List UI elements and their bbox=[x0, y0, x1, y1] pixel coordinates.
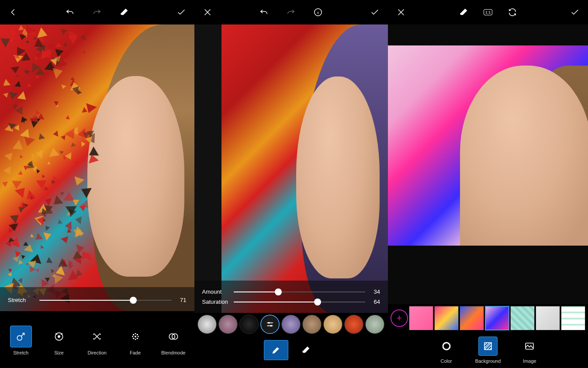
svg-point-10 bbox=[132, 336, 132, 337]
swatch-sage[interactable] bbox=[365, 315, 384, 334]
sliders-icon bbox=[266, 320, 274, 329]
preview-image bbox=[388, 45, 588, 246]
swatch-adjust[interactable] bbox=[260, 315, 280, 334]
panel-background: 1:1 + ColorBackgroundImage bbox=[388, 0, 588, 368]
refresh-icon[interactable] bbox=[503, 3, 522, 22]
swatch-black[interactable] bbox=[239, 315, 259, 334]
close-icon[interactable] bbox=[198, 3, 217, 22]
blendmode-icon bbox=[163, 326, 184, 347]
slider-overlay: Stretch 71 bbox=[0, 287, 194, 311]
plus-icon: + bbox=[397, 313, 402, 323]
redo-icon[interactable] bbox=[281, 3, 301, 22]
bg-thumb-pink-blue-paint[interactable] bbox=[485, 306, 509, 330]
info-icon[interactable] bbox=[308, 3, 328, 22]
confirm-check-icon[interactable] bbox=[172, 3, 191, 22]
tool-direction[interactable]: Direction bbox=[78, 326, 116, 355]
add-background-button[interactable]: + bbox=[391, 309, 408, 327]
canvas-area[interactable] bbox=[388, 24, 588, 304]
swatch-red[interactable] bbox=[344, 315, 363, 334]
eraser-icon[interactable] bbox=[454, 3, 473, 22]
amount-label: Amount bbox=[202, 288, 228, 295]
slider-overlay: Amount 34 Saturation 64 bbox=[194, 281, 388, 313]
tool-blendmode[interactable]: Blendmode bbox=[155, 326, 192, 355]
swatch-gold[interactable] bbox=[323, 315, 342, 334]
svg-point-17 bbox=[443, 343, 450, 350]
image-icon bbox=[520, 337, 539, 356]
bg-thumb-grey-texture[interactable] bbox=[536, 306, 560, 330]
saturation-slider[interactable] bbox=[234, 302, 366, 302]
stretch-value: 71 bbox=[177, 297, 187, 303]
tool-background[interactable]: Background bbox=[475, 337, 501, 364]
bg-thumb-mint-pattern[interactable] bbox=[510, 306, 535, 330]
brush-button[interactable] bbox=[264, 340, 288, 360]
stretch-slider[interactable] bbox=[39, 300, 172, 301]
panel-haircolor: Amount 34 Saturation 64 bbox=[194, 0, 388, 368]
svg-point-0 bbox=[17, 336, 22, 340]
amount-slider[interactable] bbox=[234, 292, 366, 292]
aspect-ratio-icon[interactable]: 1:1 bbox=[478, 3, 498, 22]
bottom-toolbar: ColorBackgroundImage bbox=[388, 332, 588, 368]
tool-label: Size bbox=[54, 350, 63, 355]
svg-point-16 bbox=[270, 325, 272, 326]
undo-icon[interactable] bbox=[254, 3, 273, 22]
tool-label: Image bbox=[523, 358, 536, 364]
back-arrow-icon[interactable] bbox=[3, 3, 23, 22]
color-swatch-row bbox=[194, 313, 388, 336]
swatch-bronze[interactable] bbox=[302, 315, 322, 334]
saturation-value: 64 bbox=[370, 299, 380, 305]
swatch-mauve[interactable] bbox=[218, 315, 238, 334]
confirm-check-icon[interactable] bbox=[365, 3, 384, 22]
slider-thumb[interactable] bbox=[130, 297, 137, 304]
tool-label: Blendmode bbox=[161, 350, 186, 355]
svg-point-2 bbox=[58, 336, 60, 337]
svg-point-9 bbox=[135, 339, 135, 340]
canvas-area[interactable]: Stretch 71 bbox=[0, 24, 194, 311]
svg-point-4 bbox=[133, 334, 134, 335]
redo-icon[interactable] bbox=[87, 3, 107, 22]
saturation-label: Saturation bbox=[202, 299, 228, 305]
svg-point-3 bbox=[135, 336, 135, 337]
erase-button[interactable] bbox=[294, 340, 318, 360]
hatch-icon bbox=[478, 337, 498, 356]
undo-icon[interactable] bbox=[60, 3, 80, 22]
svg-point-7 bbox=[137, 338, 138, 339]
tool-stretch[interactable]: Stretch bbox=[2, 326, 40, 355]
svg-point-15 bbox=[268, 322, 270, 323]
eraser-icon[interactable] bbox=[114, 3, 134, 22]
canvas-area[interactable]: Amount 34 Saturation 64 bbox=[194, 24, 388, 313]
fade-icon bbox=[125, 326, 146, 347]
tool-color[interactable]: Color bbox=[437, 337, 456, 364]
tool-label: Stretch bbox=[13, 350, 28, 355]
topbar bbox=[194, 0, 388, 24]
background-thumbnail-strip: + bbox=[388, 304, 588, 332]
slider-thumb[interactable] bbox=[275, 288, 282, 295]
bg-thumb-paint-multi[interactable] bbox=[434, 306, 459, 330]
bg-thumb-white-stripe[interactable] bbox=[561, 306, 585, 330]
stretch-icon bbox=[10, 326, 32, 347]
panel-dispersion: Stretch 71 StretchSizeDirectionFadeBlend… bbox=[0, 0, 194, 368]
amount-value: 34 bbox=[370, 288, 380, 295]
tool-size[interactable]: Size bbox=[40, 326, 78, 355]
stretch-label: Stretch bbox=[8, 297, 34, 303]
tool-fade[interactable]: Fade bbox=[117, 326, 154, 355]
direction-icon bbox=[86, 326, 108, 347]
slider-thumb[interactable] bbox=[314, 299, 321, 306]
tool-image[interactable]: Image bbox=[520, 337, 539, 364]
svg-point-5 bbox=[137, 334, 138, 335]
bottom-toolbar: StretchSizeDirectionFadeBlendmode bbox=[0, 311, 194, 368]
swatch-violet[interactable] bbox=[281, 315, 301, 334]
tool-label: Color bbox=[440, 358, 452, 364]
swatch-silver[interactable] bbox=[197, 315, 217, 334]
tool-label: Fade bbox=[130, 350, 141, 355]
brush-erase-row bbox=[194, 336, 388, 368]
bg-thumb-blue-orange[interactable] bbox=[460, 306, 484, 330]
dispersion-effect bbox=[0, 24, 97, 311]
topbar bbox=[0, 0, 194, 24]
size-icon bbox=[48, 326, 70, 347]
bg-thumb-pink-banana[interactable] bbox=[409, 306, 433, 330]
tool-label: Background bbox=[475, 358, 501, 364]
confirm-check-icon[interactable] bbox=[565, 3, 585, 22]
circle-icon bbox=[437, 337, 456, 356]
close-icon[interactable] bbox=[391, 3, 411, 22]
svg-point-6 bbox=[133, 338, 134, 339]
